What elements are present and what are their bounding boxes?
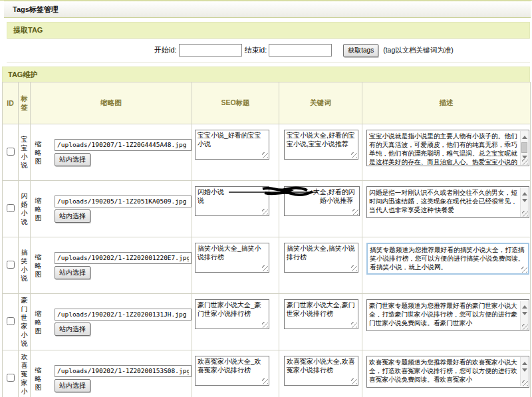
extract-tag-form: 开始id: 结束id: 获取tags (tag以文档关键词为准) <box>7 39 530 63</box>
start-id-label: 开始id: <box>154 45 177 55</box>
tag-label: 豪门世家小说 <box>21 296 28 348</box>
resize-handle[interactable] <box>522 324 528 330</box>
extract-tag-header: 提取TAG <box>7 22 530 39</box>
tags-table: ID 标签 缩略图 SEO标题 关键词 描述 宝宝小说 缩略图 站内选择 <box>2 82 531 397</box>
site-select-button[interactable]: 站内选择 <box>55 323 90 336</box>
resize-handle[interactable] <box>352 209 358 215</box>
thumb-cell-label: 缩略图 <box>35 309 42 335</box>
tags-note: (tag以文档关键词为准) <box>383 46 454 55</box>
row-checkbox[interactable] <box>7 148 15 156</box>
end-id-input[interactable] <box>269 44 332 57</box>
resize-handle[interactable] <box>521 267 527 273</box>
description-textarea[interactable]: 宝宝小说就是指小说里的主要人物有小孩子的。他们有的天真活波，可爱顽皮，他们有的纯… <box>366 130 529 166</box>
description-textarea[interactable]: 闪婚是指一对刚认识不久或者刚交往不久的男女，短时间内迅速结婚，这类现象在现代社会… <box>366 186 529 218</box>
seo-title-textarea[interactable]: 搞笑小说大全_搞笑小说排行榜 <box>195 243 269 273</box>
get-tags-button[interactable]: 获取tags <box>343 44 378 57</box>
site-select-button[interactable]: 站内选择 <box>55 209 90 223</box>
start-id-input[interactable] <box>179 44 242 57</box>
tag-label: 宝宝小说 <box>21 135 28 170</box>
col-header-id: ID <box>3 82 19 124</box>
table-row: 宝宝小说 缩略图 站内选择 宝宝小说_好看的宝宝小说 宝宝小说大全,好看的宝宝小… <box>3 124 531 181</box>
resize-handle[interactable] <box>262 265 268 271</box>
tag-label: 欢喜冤家小说 <box>21 352 28 397</box>
col-header-label: 标签 <box>19 82 31 124</box>
redaction-scribble <box>225 185 321 198</box>
thumb-path-input[interactable] <box>55 365 192 377</box>
resize-handle[interactable] <box>262 152 268 158</box>
resize-handle[interactable] <box>522 159 528 165</box>
scroll-up-icon[interactable] <box>522 303 527 309</box>
thumb-cell-label: 缩略图 <box>35 253 42 279</box>
resize-handle[interactable] <box>262 322 268 328</box>
end-id-label: 结束id: <box>245 45 267 55</box>
col-header-seo: SEO标题 <box>192 82 279 124</box>
resize-handle[interactable] <box>262 378 268 384</box>
table-row: 欢喜冤家小说 缩略图 站内选择 欢喜冤家小说大全_欢喜冤家小说排行榜 欢喜冤家小… <box>3 350 531 397</box>
scroll-up-icon[interactable] <box>522 133 527 139</box>
keywords-textarea[interactable]: 宝宝小说大全,好看的宝宝小说,宝宝小说推荐 <box>284 130 358 160</box>
site-select-button[interactable]: 站内选择 <box>55 379 90 392</box>
resize-handle[interactable] <box>262 209 268 215</box>
scroll-up-icon[interactable] <box>522 190 527 196</box>
row-checkbox[interactable] <box>7 374 15 382</box>
thumb-path-input[interactable] <box>55 309 192 321</box>
keywords-textarea[interactable]: 搞笑小说大全,搞笑小说排行榜 <box>284 243 358 273</box>
description-textarea-focused[interactable]: 搞笑专题频道为您推荐最好看的搞笑小说大全，打造搞笑小说排行榜，您可以方便的进行搞… <box>366 243 529 275</box>
table-row: 豪门世家小说 缩略图 站内选择 豪门世家小说大全_豪门世家小说排行榜 豪门世家小… <box>3 294 531 350</box>
tag-maintain-header: TAG维护 <box>2 66 530 82</box>
row-checkbox[interactable] <box>7 261 15 269</box>
col-header-thumb: 缩略图 <box>31 82 192 124</box>
thumb-cell-label: 缩略图 <box>35 140 42 166</box>
table-header-row: ID 标签 缩略图 SEO标题 关键词 描述 <box>3 82 531 124</box>
keywords-textarea[interactable]: 欢喜冤家小说大全,欢喜冤家小说排行榜 <box>284 356 358 386</box>
scroll-down-icon[interactable] <box>522 368 527 374</box>
thumb-path-input[interactable] <box>55 196 192 207</box>
resize-handle[interactable] <box>522 211 528 217</box>
thumb-path-input[interactable] <box>55 252 192 264</box>
col-header-keywords: 关键词 <box>279 82 362 124</box>
thumb-cell-label: 缩略图 <box>35 196 42 222</box>
row-checkbox[interactable] <box>7 204 15 212</box>
extract-tag-heading: 提取TAG <box>13 25 43 35</box>
col-header-desc: 描述 <box>362 82 531 124</box>
tag-label: 搞笑小说 <box>21 248 28 283</box>
resize-handle[interactable] <box>351 265 357 271</box>
site-select-button[interactable]: 站内选择 <box>55 153 90 166</box>
thumb-cell-label: 缩略图 <box>35 366 42 392</box>
extract-tag-panel: 提取TAG 开始id: 结束id: 获取tags (tag以文档关键词为准) <box>7 22 530 63</box>
description-textarea[interactable]: 欢喜冤家专题频道为您推荐最好看的欢喜冤家小说大全，打造欢喜冤家小说排行榜，您可以… <box>366 356 529 388</box>
resize-handle[interactable] <box>351 322 357 328</box>
row-checkbox[interactable] <box>7 317 15 325</box>
seo-title-textarea[interactable]: 豪门世家小说大全_豪门世家小说排行榜 <box>195 299 269 329</box>
site-select-button[interactable]: 站内选择 <box>55 266 90 279</box>
scroll-down-icon[interactable] <box>522 199 527 205</box>
description-textarea[interactable]: 豪门世家专题频道为您推荐最好看的豪门世家小说大全，打造豪门世家小说排行榜，您可以… <box>366 299 529 331</box>
scroll-up-icon[interactable] <box>522 359 527 365</box>
tag-maintain-heading: TAG维护 <box>8 70 37 80</box>
resize-handle[interactable] <box>522 380 528 386</box>
seo-title-textarea[interactable]: 宝宝小说_好看的宝宝小说 <box>195 130 269 160</box>
page: Tags标签管理 提取TAG 开始id: 结束id: 获取tags (tag以文… <box>0 0 532 397</box>
resize-handle[interactable] <box>351 152 357 158</box>
table-row: 搞笑小说 缩略图 站内选择 搞笑小说大全_搞笑小说排行榜 搞笑小说大全,搞笑小说… <box>3 237 531 294</box>
page-title-bar: Tags标签管理 <box>4 1 531 18</box>
scroll-down-icon[interactable] <box>522 312 527 318</box>
page-title: Tags标签管理 <box>13 5 59 15</box>
tag-label: 闪婚小说 <box>21 192 28 226</box>
seo-title-textarea[interactable]: 欢喜冤家小说大全_欢喜冤家小说排行榜 <box>195 356 269 386</box>
keywords-textarea[interactable]: 豪门世家小说大全,豪门世家小说排行榜 <box>284 299 358 329</box>
resize-handle[interactable] <box>351 378 357 384</box>
scrollbar-thumb[interactable] <box>521 142 527 153</box>
thumb-path-input[interactable] <box>55 139 192 151</box>
